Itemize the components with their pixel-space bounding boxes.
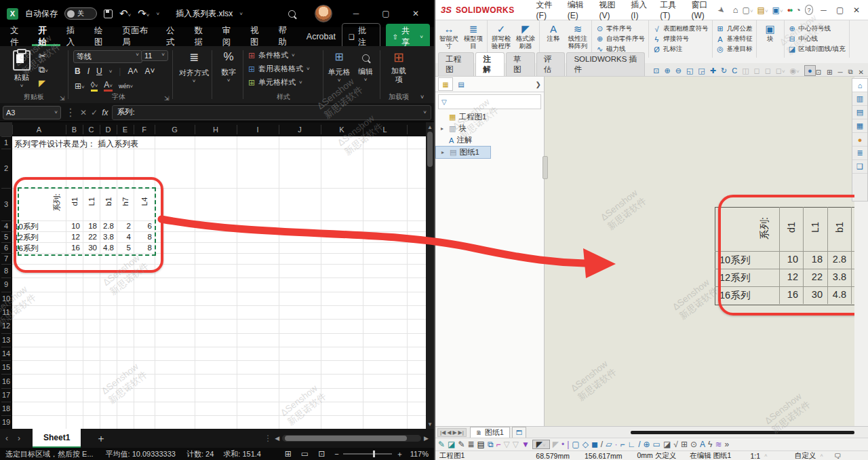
row-header-15[interactable]: 15 xyxy=(0,360,12,374)
row-header-11[interactable]: 11 xyxy=(0,305,12,319)
qat-customize-icon[interactable]: ˅ xyxy=(157,11,160,17)
row-header-19[interactable]: 19 xyxy=(0,415,12,429)
add-sheet-tab[interactable]: 🗔 xyxy=(512,427,526,438)
doc-restore-icon[interactable]: ⧉ xyxy=(848,68,852,76)
hscroll-left-icon[interactable]: ◀ xyxy=(275,435,279,442)
doc-next-icon[interactable]: ⊞ xyxy=(827,69,832,76)
save-icon-sw[interactable]: ▣˅ xyxy=(772,5,783,15)
formula-input[interactable]: 系列:˅ xyxy=(112,105,431,120)
axis-line-icon[interactable]: / xyxy=(638,440,640,448)
tree-item-块[interactable]: ▸▥块 xyxy=(435,123,544,134)
redo-icon[interactable]: ↷˅ xyxy=(138,7,149,20)
sw-button-几何公差[interactable]: ⊞几何公差 xyxy=(716,24,753,33)
line-eraser-icon[interactable]: ◪ xyxy=(448,440,455,448)
section-view-icon[interactable]: ◫ xyxy=(742,66,749,75)
paste-button[interactable]: 粘贴 ˅ xyxy=(8,50,35,89)
sw-button-拼写检验程序[interactable]: ✓拼写检验程序 xyxy=(491,23,511,55)
ribbon-tab-插入[interactable]: 插入 xyxy=(60,27,88,46)
zoom-out-button[interactable]: − xyxy=(334,450,338,458)
featuremanager-tab-icon[interactable]: ▦ xyxy=(438,77,453,91)
row-header-9[interactable]: 9 xyxy=(0,277,12,291)
sw-button-中心符号线[interactable]: ⊕中心符号线 xyxy=(788,24,846,33)
filter-icon[interactable]: ▼ xyxy=(521,440,530,448)
sw-button-表面粗糙度符号[interactable]: √表面粗糙度符号 xyxy=(652,24,709,33)
home-icon[interactable]: ⌂ xyxy=(852,79,867,92)
sw-button-自动零件序号[interactable]: ⊕自动零件序号 xyxy=(595,35,645,43)
sw-button-区域剖面线/填充[interactable]: ◪区域剖面线/填充 xyxy=(788,45,846,54)
point-icon[interactable]: • xyxy=(561,440,564,448)
row-header-14[interactable]: 14 xyxy=(0,347,12,360)
layer-icon[interactable]: ⧉ xyxy=(488,440,494,448)
excel-logo-icon[interactable]: X xyxy=(7,8,18,20)
tree-item-工程图1[interactable]: ▦工程图1 xyxy=(435,111,544,123)
vertical-line-icon[interactable]: | xyxy=(567,440,569,448)
sw-button-块[interactable]: ▣块 xyxy=(760,23,781,55)
corner-format-icon[interactable]: ⌐ xyxy=(496,440,500,448)
sw-button-中心线[interactable]: ⊟中心线 xyxy=(788,35,846,43)
redraw-icon[interactable]: C xyxy=(732,66,737,75)
next-sheet-icon[interactable]: › xyxy=(18,434,20,443)
vertical-scrollbar[interactable]: ▲ ▼ xyxy=(426,122,434,429)
undo-icon[interactable]: ↶˅ xyxy=(119,7,131,20)
sw-close-button[interactable]: ✕ xyxy=(850,0,863,20)
font-color-icon[interactable]: A˅ xyxy=(104,80,113,92)
ribbon-tab-Acrobat[interactable]: Acrobat xyxy=(300,27,342,46)
column-header-G[interactable]: G xyxy=(155,122,195,136)
increase-font-icon[interactable]: A˄ xyxy=(127,66,138,76)
doc-minimize-icon[interactable]: ─ xyxy=(837,69,842,76)
sw-tab-SOLIDWORKS 插件[interactable]: SOLIDWORKS 插件 xyxy=(566,52,645,76)
row-header-8[interactable]: 8 xyxy=(0,264,12,277)
magnifier-icon[interactable]: ⊙ xyxy=(690,440,697,448)
sw-maximize-button[interactable]: ▢ xyxy=(834,0,846,20)
polyline-icon[interactable]: ⌐ xyxy=(620,440,625,448)
rectangle-icon[interactable]: ▢ xyxy=(572,440,579,448)
weld-bead-icon[interactable]: ϟ xyxy=(708,440,712,448)
vscroll-thumb[interactable] xyxy=(427,132,433,167)
row-header-17[interactable]: 17 xyxy=(0,388,12,402)
sheet-tab-sheet1[interactable]: Sheet1 xyxy=(33,429,81,448)
font-dialog-launcher-icon[interactable]: ⇲ xyxy=(164,95,170,102)
ribbon-tab-公式[interactable]: 公式 xyxy=(160,27,188,46)
ribbon-tab-帮助[interactable]: 帮助 xyxy=(272,27,300,46)
sw-minimize-button[interactable]: ─ xyxy=(817,0,829,20)
expand-arrow-icon[interactable]: ▸ xyxy=(441,126,446,132)
row-header-5[interactable]: 5 xyxy=(0,231,12,242)
row-header-7[interactable]: 7 xyxy=(0,253,12,264)
corner-icon[interactable]: ∟ xyxy=(627,440,635,448)
pin-icon[interactable]: ➤ xyxy=(715,4,727,16)
sw-menu-文件(F)[interactable]: 文件(F) xyxy=(536,0,557,20)
comments-icon[interactable]: ❑ xyxy=(852,160,867,174)
user-icon[interactable]: ◔ xyxy=(796,5,801,15)
more-chevron-icon[interactable]: » xyxy=(724,440,729,448)
cube-icon[interactable]: ◼ xyxy=(591,440,598,448)
phonetic-icon[interactable]: wén˅ xyxy=(119,83,133,90)
italic-button[interactable]: I xyxy=(87,66,90,76)
plane-icon[interactable]: ▱ xyxy=(606,440,612,448)
sw-button-模型项目[interactable]: ≣模型项目 xyxy=(463,23,484,55)
edit-button[interactable]: 编辑˅ xyxy=(354,50,377,83)
ribbon-tab-文件[interactable]: 文件 xyxy=(4,27,32,46)
new-document-icon[interactable]: ▢˅ xyxy=(743,5,753,15)
style-button-2[interactable]: ⊞单元格样式˅ xyxy=(248,77,310,88)
sw-button-焊接符号[interactable]: ϟ焊接符号 xyxy=(652,35,709,43)
ribbon-tab-数据[interactable]: 数据 xyxy=(188,27,216,46)
enter-icon[interactable]: ✓ xyxy=(91,108,98,117)
tree-item-注解[interactable]: A注解 xyxy=(435,134,544,146)
view-cube-more-icon[interactable]: ◻˅ xyxy=(776,66,785,75)
title-dropdown-icon[interactable]: ˅ xyxy=(239,11,243,17)
cut-icon[interactable]: ✂ xyxy=(39,52,48,60)
search-icon[interactable] xyxy=(288,10,296,18)
small-point-icon[interactable]: · xyxy=(614,440,617,448)
new-sheet-icon[interactable]: ＋ xyxy=(96,432,106,445)
column-header-H[interactable]: H xyxy=(195,122,237,136)
home-icon[interactable]: ⌂ xyxy=(733,5,738,15)
view-orientation-sphere-icon[interactable]: ● xyxy=(804,65,816,76)
cylinder-icon[interactable]: ▭ xyxy=(653,440,660,448)
format-painter-icon[interactable]: ◤ xyxy=(39,79,48,88)
font-size-combo[interactable]: 11˅ xyxy=(141,50,168,61)
sw-hscroll-thumb[interactable] xyxy=(631,431,854,434)
row-header-10[interactable]: 10 xyxy=(0,292,12,305)
gtol-frame-icon[interactable]: ⊞ xyxy=(681,440,688,448)
sw-tab-工程图[interactable]: 工程图 xyxy=(438,52,474,76)
sw-menu-插入(I)[interactable]: 插入(I) xyxy=(631,0,649,20)
